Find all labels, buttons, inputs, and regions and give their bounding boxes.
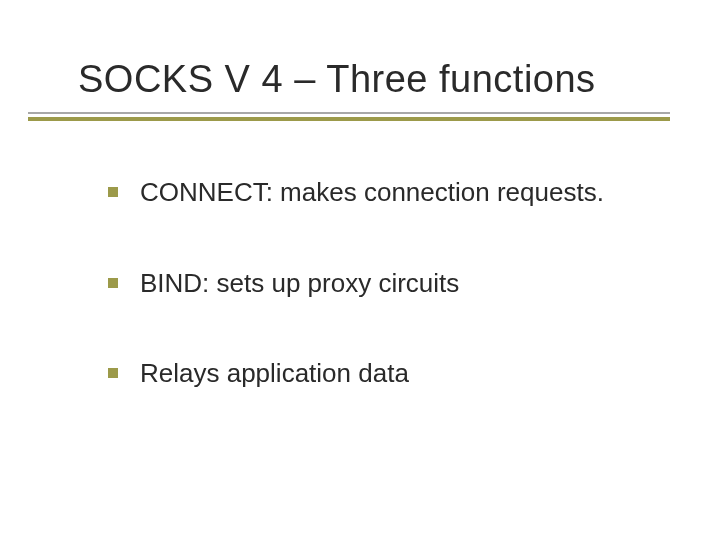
title-underline [28, 112, 670, 121]
rule-gray [28, 112, 670, 114]
slide: SOCKS V 4 – Three functions CONNECT: mak… [0, 0, 720, 540]
title-container: SOCKS V 4 – Three functions [78, 58, 596, 101]
list-item-text: CONNECT: makes connection requests. [140, 176, 604, 209]
list-item: CONNECT: makes connection requests. [108, 176, 668, 209]
square-bullet-icon [108, 368, 118, 378]
slide-body: CONNECT: makes connection requests. BIND… [108, 176, 668, 448]
square-bullet-icon [108, 187, 118, 197]
slide-title: SOCKS V 4 – Three functions [78, 58, 596, 101]
list-item: BIND: sets up proxy circuits [108, 267, 668, 300]
list-item: Relays application data [108, 357, 668, 390]
list-item-text: Relays application data [140, 357, 409, 390]
list-item-text: BIND: sets up proxy circuits [140, 267, 459, 300]
rule-olive [28, 117, 670, 121]
square-bullet-icon [108, 278, 118, 288]
